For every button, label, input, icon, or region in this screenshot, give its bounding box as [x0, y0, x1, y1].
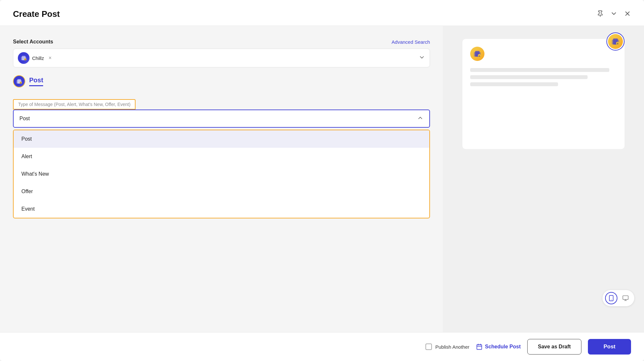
- schedule-post-button[interactable]: Schedule Post: [476, 344, 521, 350]
- pin-icon[interactable]: [597, 10, 604, 18]
- dropdown-item-whats-new[interactable]: What's New: [14, 165, 429, 183]
- account-chip: G Chillz ×: [18, 52, 52, 64]
- svg-text:G: G: [20, 82, 21, 84]
- dropdown-item-alert[interactable]: Alert: [14, 148, 429, 165]
- preview-lines: [470, 68, 617, 86]
- account-avatar: G: [18, 52, 30, 64]
- right-panel: G G: [443, 26, 644, 332]
- message-type-dropdown[interactable]: Post: [13, 110, 430, 128]
- account-name: Chillz: [32, 55, 44, 61]
- preview-card-avatar: G: [470, 47, 484, 61]
- dropdown-item-post[interactable]: Post: [14, 130, 429, 148]
- desktop-view-button[interactable]: [619, 292, 632, 304]
- svg-text:G: G: [479, 55, 480, 57]
- svg-rect-24: [477, 344, 482, 349]
- schedule-post-label: Schedule Post: [485, 344, 521, 350]
- account-dropdown-chevron[interactable]: [419, 54, 425, 62]
- svg-rect-21: [623, 296, 628, 300]
- svg-text:G: G: [617, 42, 618, 45]
- dropdown-item-offer[interactable]: Offer: [14, 183, 429, 200]
- close-icon[interactable]: [624, 10, 631, 18]
- select-accounts-header: Select Accounts Advanced Search: [13, 39, 430, 45]
- select-accounts-label: Select Accounts: [13, 39, 53, 45]
- post-tab-row: G Post: [13, 75, 430, 87]
- publish-another-checkbox[interactable]: [425, 344, 432, 350]
- account-remove-button[interactable]: ×: [49, 55, 52, 61]
- left-panel: Select Accounts Advanced Search G Chillz: [0, 26, 443, 332]
- page-title: Create Post: [13, 9, 60, 19]
- chevron-down-icon[interactable]: [610, 10, 617, 18]
- preview-top-avatar-inner: G: [608, 34, 623, 49]
- post-button[interactable]: Post: [588, 339, 631, 355]
- svg-text:G: G: [25, 59, 26, 61]
- preview-card: G: [462, 39, 625, 149]
- preview-top-avatar: G: [606, 32, 625, 51]
- save-as-draft-button[interactable]: Save as Draft: [527, 339, 581, 355]
- view-toggle: [602, 290, 634, 306]
- main-window: Create Post Select Accounts Advanced Sea…: [0, 0, 644, 361]
- account-select-box[interactable]: G Chillz ×: [13, 49, 430, 67]
- preview-line-3: [470, 82, 558, 86]
- advanced-search-link[interactable]: Advanced Search: [392, 39, 430, 45]
- footer-bar: Publish Another Schedule Post Save as Dr…: [0, 332, 644, 361]
- preview-line-2: [470, 75, 588, 79]
- publish-another-label: Publish Another: [435, 344, 469, 350]
- post-tab-label[interactable]: Post: [29, 76, 43, 86]
- mobile-view-button[interactable]: [605, 292, 617, 304]
- preview-line-1: [470, 68, 609, 72]
- selected-message-type: Post: [19, 116, 30, 122]
- publish-another-checkbox-group[interactable]: Publish Another: [425, 344, 469, 350]
- chevron-up-icon: [417, 115, 423, 122]
- dropdown-item-event[interactable]: Event: [14, 200, 429, 218]
- type-of-message-hint: (Post, Alert, What's New, Offer, Event): [54, 102, 131, 107]
- message-type-dropdown-list: Post Alert What's New Offer Event: [13, 130, 430, 218]
- type-of-message-section: Type of Message (Post, Alert, What's New…: [13, 99, 430, 218]
- title-bar: Create Post: [0, 0, 644, 26]
- title-bar-actions: [597, 10, 631, 18]
- post-tab-avatar: G: [13, 75, 25, 87]
- main-content: Select Accounts Advanced Search G Chillz: [0, 26, 644, 332]
- type-of-message-label: Type of Message (Post, Alert, What's New…: [13, 99, 136, 110]
- type-of-message-text: Type of Message: [18, 102, 53, 107]
